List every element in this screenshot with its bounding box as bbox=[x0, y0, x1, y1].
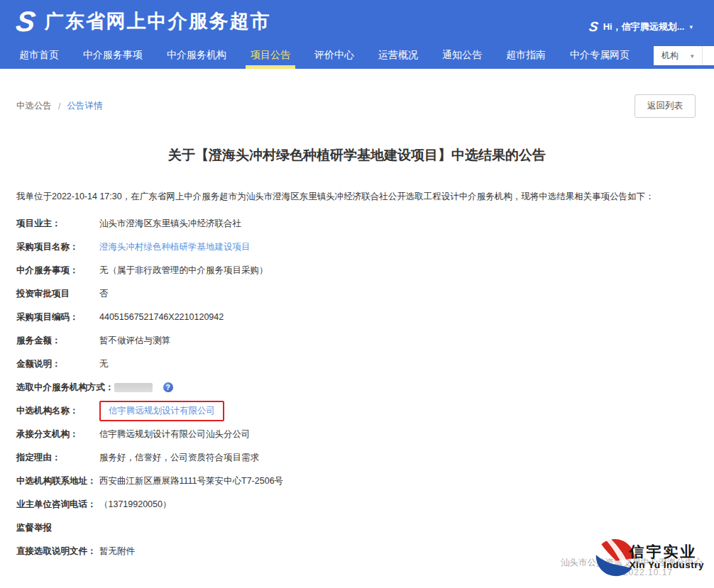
field-value: 信宇腾远规划设计有限公司汕头分公司 bbox=[99, 428, 251, 440]
field-label: 选取中介服务机构方式： bbox=[16, 382, 114, 394]
field-row-service-amount: 服务金额：暂不做评估与测算 bbox=[16, 329, 698, 353]
announcement-fields: 项目业主：汕头市澄海区东里镇头冲经济联合社采购项目名称：澄海头冲村绿色种植研学基… bbox=[0, 212, 714, 563]
field-row-selected-agency-name: 中选机构名称：信宇腾远规划设计有限公司 bbox=[16, 399, 698, 423]
nav-item-evaluation-center[interactable]: 评价中心 bbox=[314, 43, 354, 69]
user-greeting: Hi，信宇腾远规划... bbox=[603, 21, 685, 33]
field-value: 暂无附件 bbox=[99, 545, 135, 558]
field-label: 采购项目名称： bbox=[16, 241, 99, 253]
field-label: 投资审批项目 bbox=[16, 288, 99, 300]
field-row-procurement-code: 采购项目编码：44051567521746X2210120942 bbox=[16, 306, 698, 329]
page: S 广东省网上中介服务超市 S Hi，信宇腾远规划... ▾ 超市首页中介服务事… bbox=[0, 0, 714, 588]
search-category-value: 机构 bbox=[661, 50, 679, 62]
field-label: 中介服务事项： bbox=[16, 265, 99, 277]
company-stamp: 信宇实业 Xin Yu Industry bbox=[593, 536, 704, 578]
search-category-select[interactable]: 机构 ▾ bbox=[654, 46, 703, 65]
breadcrumb-parent[interactable]: 中选公告 bbox=[16, 100, 52, 112]
field-row-designation-reason: 指定理由：服务好，信誉好，公司资质符合项目需求 bbox=[16, 446, 698, 470]
field-value: 无（属于非行政管理的中介服务项目采购） bbox=[99, 265, 268, 277]
field-value-link[interactable]: 信宇腾远规划设计有限公司 bbox=[109, 406, 215, 416]
field-row-branch-agency: 承接分支机构：信宇腾远规划设计有限公司汕头分公司 bbox=[16, 423, 698, 446]
user-logo-icon: S bbox=[588, 19, 599, 35]
help-icon[interactable]: ? bbox=[163, 382, 173, 392]
field-label: 业主单位咨询电话： bbox=[16, 499, 99, 511]
user-menu[interactable]: S Hi，信宇腾远规划... ▾ bbox=[589, 19, 693, 35]
company-name-cn: 信宇实业 bbox=[629, 543, 704, 560]
company-name-en: Xin Yu Industry bbox=[629, 560, 704, 570]
nav-item-service-agencies[interactable]: 中介服务机构 bbox=[167, 43, 226, 69]
field-label: 指定理由： bbox=[16, 452, 99, 464]
field-label: 直接选取说明文件： bbox=[16, 545, 99, 558]
nav-item-notices[interactable]: 通知公告 bbox=[442, 43, 482, 69]
nav-item-home[interactable]: 超市首页 bbox=[19, 43, 59, 69]
field-label: 中选机构名称： bbox=[16, 405, 99, 417]
field-value: 暂不做评估与测算 bbox=[99, 335, 170, 347]
field-row-procurement-project-name: 采购项目名称：澄海头冲村绿色种植研学基地建设项目 bbox=[16, 235, 698, 259]
company-stamp-text: 信宇实业 Xin Yu Industry bbox=[629, 543, 704, 570]
search-box: 机构 ▾ bbox=[654, 46, 714, 65]
nav-item-agency-pages[interactable]: 中介专属网页 bbox=[570, 43, 630, 69]
field-label: 服务金额： bbox=[16, 335, 99, 347]
chevron-down-icon: ▾ bbox=[689, 23, 693, 30]
breadcrumb-current: 公告详情 bbox=[67, 100, 102, 112]
breadcrumb-separator: / bbox=[58, 101, 60, 111]
field-value: （13719920050） bbox=[99, 499, 171, 511]
nav-item-project-announcements[interactable]: 项目公告 bbox=[251, 43, 290, 69]
field-value: 否 bbox=[99, 288, 109, 300]
field-row-owner-phone: 业主单位咨询电话：（13719920050） bbox=[16, 493, 698, 516]
field-label: 承接分支机构： bbox=[16, 428, 99, 440]
field-value: 汕头市澄海区东里镇头冲经济联合社 bbox=[99, 218, 241, 230]
highlight-box: 信宇腾远规划设计有限公司 bbox=[99, 401, 224, 421]
field-value: 无 bbox=[99, 358, 109, 370]
field-value: 44051567521746X2210120942 bbox=[99, 312, 224, 322]
field-value: 服务好，信誉好，公司资质符合项目需求 bbox=[99, 452, 259, 464]
chevron-down-icon: ▾ bbox=[691, 52, 694, 60]
field-row-agency-address: 中选机构联系地址：西安曲江新区雁展路1111号莱安中心T7-2506号 bbox=[16, 470, 698, 493]
header: S 广东省网上中介服务超市 S Hi，信宇腾远规划... ▾ 超市首页中介服务事… bbox=[0, 0, 714, 69]
field-row-project-owner: 项目业主：汕头市澄海区东里镇头冲经济联合社 bbox=[16, 212, 698, 235]
redacted-value bbox=[114, 383, 153, 392]
field-value-link[interactable]: 澄海头冲村绿色种植研学基地建设项目 bbox=[99, 241, 251, 253]
navbar: 超市首页中介服务事项中介服务机构项目公告评价中心运营概况通知公告超市指南中介专属… bbox=[0, 43, 714, 69]
field-label: 项目业主： bbox=[16, 218, 99, 230]
field-row-amount-note: 金额说明：无 bbox=[16, 353, 698, 376]
nav-items: 超市首页中介服务事项中介服务机构项目公告评价中心运营概况通知公告超市指南中介专属… bbox=[19, 43, 654, 69]
announcement-intro: 我单位于2022-10-14 17:30，在广东省网上中介服务超市为汕头市澄海区… bbox=[0, 190, 714, 204]
nav-item-service-items[interactable]: 中介服务事项 bbox=[83, 43, 143, 69]
nav-item-guide[interactable]: 超市指南 bbox=[506, 43, 546, 69]
page-title: 关于【澄海头冲村绿色种植研学基地建设项目】中选结果的公告 bbox=[0, 146, 714, 165]
back-to-list-button[interactable]: 返回列表 bbox=[635, 94, 696, 118]
header-top: S 广东省网上中介服务超市 S Hi，信宇腾远规划... ▾ bbox=[0, 0, 714, 43]
field-label: 中选机构联系地址： bbox=[16, 475, 99, 487]
brand-title: 广东省网上中介服务超市 bbox=[45, 9, 271, 34]
breadcrumb-row: 中选公告 / 公告详情 返回列表 bbox=[0, 94, 714, 118]
field-label: 金额说明： bbox=[16, 358, 99, 370]
field-value: 西安曲江新区雁展路1111号莱安中心T7-2506号 bbox=[99, 475, 283, 487]
nav-item-operation-overview[interactable]: 运营概况 bbox=[378, 43, 418, 69]
field-label: 采购项目编码： bbox=[16, 311, 99, 323]
brand-logo-icon[interactable]: S bbox=[14, 7, 37, 35]
field-label: 监督举报 bbox=[16, 522, 99, 534]
field-row-investment-approval: 投资审批项目否 bbox=[16, 282, 698, 306]
field-row-selection-method: 选取中介服务机构方式：? bbox=[16, 376, 698, 399]
search-input[interactable] bbox=[703, 46, 714, 65]
field-row-service-item: 中介服务事项：无（属于非行政管理的中介服务项目采购） bbox=[16, 259, 698, 282]
